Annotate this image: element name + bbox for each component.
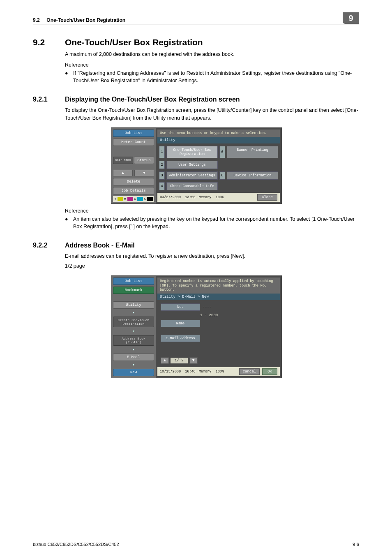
email-new-screen: Job List Bookmark Utility ▾ Create One-T… [111,275,282,378]
chevron-down-icon: ▾ [113,347,154,352]
job-list-tab[interactable]: Job List [113,130,154,137]
footer-model: bizhub C652/C652DS/C552/C552DS/C452 [33,542,119,547]
heading-9-2-num: 9.2 [33,37,65,47]
menu-num-2: 2 [159,161,165,169]
toner-levels: Y M C K [113,196,154,202]
status-mem-pct-2: 100% [216,370,224,374]
bullet-icon: ● [65,215,73,230]
status-time: 13:56 [185,195,196,199]
new-crumb[interactable]: New [113,369,154,376]
para-9-2-1-intro: To display the One-Touch/User Box Regist… [65,106,359,121]
page-note: 1/2 page [65,262,359,270]
toner-c-icon [137,197,143,201]
heading-9-2-1-title: Displaying the One-Touch/User Box Regist… [65,96,240,103]
heading-9-2-1-num: 9.2.1 [33,96,65,103]
cancel-button[interactable]: Cancel [239,368,260,375]
address-book-crumb[interactable]: Address Book (Public) [113,335,154,346]
utility-crumb[interactable]: Utility [113,301,154,309]
running-header: 9.2 One-Touch/User Box Registration 9 [33,16,359,25]
status-mem-label: Memory [199,195,212,199]
toner-y-icon [118,197,123,201]
utility-screen: Job List Meter Count User Name Status ▲ … [111,127,282,204]
status-tab[interactable]: Status [134,157,154,164]
menu-check-consumable-life[interactable]: Check Consumable Life [166,182,218,190]
job-list-tab-2[interactable]: Job List [113,278,154,285]
toner-k-icon [147,197,153,201]
status-mem-label-2: Memory [199,370,212,374]
chevron-down-icon: ▾ [113,329,154,333]
menu-one-touch-registration[interactable]: One-Touch/User Box Registration [166,146,218,158]
chapter-badge: 9 [343,12,359,24]
menu-user-settings[interactable]: User Settings [166,161,218,169]
page-footer: bizhub C652/C652DS/C552/C552DS/C452 9-6 [33,540,359,547]
user-name-label: User Name [113,157,133,164]
para-9-2-2-intro: E-mail addresses can be registered. To r… [65,252,359,260]
meter-count-tab[interactable]: Meter Count [113,139,154,146]
job-details-button[interactable]: Job Details [113,187,154,194]
footer-page: 9-6 [353,542,359,547]
menu-administrator-settings[interactable]: Administrator Settings [166,171,218,180]
page-down-button[interactable]: ▼ [189,357,198,364]
reference-label-2: Reference [65,208,359,214]
bullet-9-2: If "Registering and Changing Addresses" … [73,69,359,84]
email-crumb[interactable]: E-Mail [113,354,154,361]
status-bar-1: 03/27/2009 13:56 Memory 100% Close [157,193,280,202]
ok-button[interactable]: OK [262,368,277,375]
menu-banner-printing[interactable]: Banner Printing [227,146,278,158]
heading-9-2-1: 9.2.1Displaying the One-Touch/User Box R… [33,96,359,103]
header-section-no: 9.2 [33,17,40,23]
no-value: ---- [203,305,277,309]
menu-device-information[interactable]: Device Information [227,171,278,180]
menu-num-8: 8 [219,171,225,180]
status-date: 03/27/2009 [160,195,181,199]
heading-9-2-2-title: Address Book - E-Mail [65,242,135,249]
up-arrow-button[interactable]: ▲ [113,170,133,176]
chevron-down-icon: ▾ [113,363,154,367]
status-bar-2: 10/13/2008 16:46 Memory 100% Cancel OK [157,367,280,376]
bullet-9-2-1: An item can also be selected by pressing… [73,215,359,230]
email-address-button[interactable]: E-Mail Address [161,335,200,342]
para-9-2-intro: A maximum of 2,000 destinations can be r… [65,51,359,58]
name-button[interactable]: Name [161,320,200,327]
chevron-down-icon: ▾ [113,310,154,315]
no-button[interactable]: No. [161,303,200,311]
bullet-icon: ● [65,69,73,84]
instruction-text: Use the menu buttons or keypad to make a… [157,130,280,137]
delete-button[interactable]: Delete [113,178,154,185]
menu-num-4: 4 [159,182,165,190]
page-indicator: 1/ 2 [171,358,188,363]
reference-label-1: Reference [65,62,359,68]
menu-num-6: 6 [219,146,225,158]
heading-9-2-2: 9.2.2Address Book - E-Mail [33,242,359,249]
heading-9-2-2-num: 9.2.2 [33,242,65,249]
toner-m-icon [127,197,133,201]
heading-9-2: 9.2One-Touch/User Box Registration [33,37,359,47]
header-section-title: One-Touch/User Box Registration [46,17,125,23]
status-time-2: 16:46 [185,370,196,374]
status-date-2: 10/13/2008 [160,370,181,374]
close-button[interactable]: Close [257,194,277,201]
status-mem-pct: 100% [216,195,224,199]
menu-num-1: 1 [159,146,165,158]
page-up-button[interactable]: ▲ [161,357,169,364]
heading-9-2-title: One-Touch/User Box Registration [65,37,203,47]
create-one-touch-crumb[interactable]: Create One-Touch Destination [113,317,154,327]
instruction-text-2: Registered number is automatically appli… [157,278,280,294]
down-arrow-button[interactable]: ▼ [134,170,154,176]
breadcrumb-utility: Utility [157,137,280,143]
menu-num-3: 3 [159,171,165,180]
bookmark-tab[interactable]: Bookmark [113,287,154,294]
no-range: 1 - 2000 [200,313,277,317]
breadcrumb-email-new: Utility > E-Mail > New [157,294,280,300]
